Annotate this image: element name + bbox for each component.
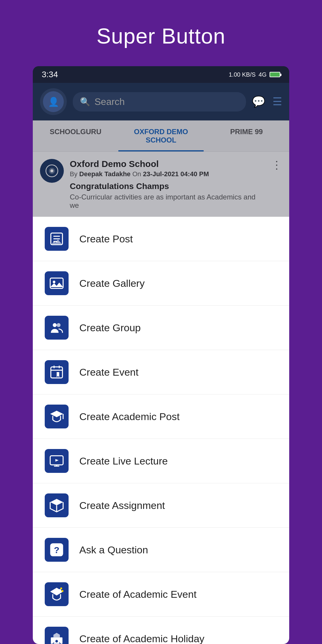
create-academic-holiday-label: Create of Academic Holiday [79,633,205,644]
avatar[interactable]: 👤 [40,88,67,115]
post-options-button[interactable]: ⋮ [271,159,282,171]
menu-item-create-gallery[interactable]: Create Gallery [33,261,289,306]
svg-point-25 [60,587,62,589]
svg-point-28 [55,640,58,643]
create-live-lecture-label: Create Live Lecture [79,455,168,467]
status-bar: 3:34 1.00 KB/S 4G [33,66,289,83]
post-meta: By Deepak Tadakhe On 23-Jul-2021 04:40 P… [70,170,265,178]
svg-marker-15 [57,372,59,377]
chat-icon[interactable]: 💬 [252,95,265,108]
page-title: Super Button [97,24,225,48]
menu-item-create-academic-post[interactable]: Create Academic Post [33,394,289,439]
menu-item-create-event[interactable]: Create Event [33,350,289,394]
menu-item-create-academic-holiday[interactable]: Create of Academic Holiday [33,617,289,644]
create-gallery-icon [45,271,69,295]
create-gallery-label: Create Gallery [79,278,145,289]
top-bar-actions: 💬 ☰ [252,95,282,108]
create-post-label: Create Post [79,233,133,245]
svg-point-8 [53,281,55,283]
avatar-image: 👤 [43,91,64,112]
search-icon: 🔍 [80,97,90,107]
menu-item-ask-question[interactable]: ?Ask a Question [33,528,289,572]
data-speed: 1.00 KB/S [229,71,256,78]
create-live-lecture-icon [45,449,69,473]
create-event-label: Create Event [79,366,138,378]
post-preview: Oxford Demo School By Deepak Tadakhe On … [33,152,289,217]
create-academic-event-label: Create of Academic Event [79,589,196,600]
svg-point-2 [50,169,53,172]
create-event-icon [45,360,69,384]
tab-oxford[interactable]: OXFORD DEMO SCHOOL [118,120,204,151]
post-info: Oxford Demo School By Deepak Tadakhe On … [70,159,265,210]
create-academic-holiday-icon [45,627,69,644]
school-name: Oxford Demo School [70,159,265,169]
ask-question-label: Ask a Question [79,544,148,556]
create-post-icon [45,227,69,251]
tab-schoolguru[interactable]: SCHOOLGURU [33,120,118,151]
search-bar[interactable]: 🔍 Search [73,92,246,112]
battery-icon [270,72,280,77]
post-description: Co-Curricular activities are as importan… [70,193,265,210]
create-assignment-label: Create Assignment [79,500,165,511]
menu-icon[interactable]: ☰ [273,95,282,108]
top-bar: 👤 🔍 Search 💬 ☰ [33,83,289,120]
menu-item-create-post[interactable]: Create Post [33,217,289,261]
create-group-label: Create Group [79,322,141,334]
menu-item-create-live-lecture[interactable]: Create Live Lecture [33,439,289,483]
svg-point-24 [59,589,61,592]
school-avatar [40,159,64,183]
create-group-icon [45,316,69,340]
menu-item-create-academic-event[interactable]: Create of Academic Event [33,572,289,617]
create-academic-post-label: Create Academic Post [79,411,179,422]
tabs-bar: SCHOOLGURU OXFORD DEMO SCHOOL PRIME 99 [33,120,289,152]
tab-prime99[interactable]: PRIME 99 [204,120,289,151]
menu-list: Create PostCreate GalleryCreate GroupCre… [33,217,289,644]
svg-marker-18 [55,459,59,462]
create-assignment-icon [45,493,69,517]
svg-point-10 [57,323,61,327]
svg-point-26 [61,590,64,592]
phone-frame: 3:34 1.00 KB/S 4G 👤 🔍 Search 💬 ☰ SCHOOLG… [33,66,289,644]
create-academic-event-icon [45,582,69,606]
svg-text:?: ? [54,545,60,555]
svg-point-9 [53,323,57,327]
status-time: 3:34 [42,70,58,79]
ask-question-icon: ? [45,538,69,562]
menu-item-create-group[interactable]: Create Group [33,306,289,350]
network-icon: 4G [258,71,267,78]
status-icons: 1.00 KB/S 4G [229,71,280,78]
search-label: Search [95,96,125,107]
menu-item-create-assignment[interactable]: Create Assignment [33,483,289,528]
create-academic-post-icon [45,405,69,428]
post-title: Congratulations Champs [70,182,265,191]
